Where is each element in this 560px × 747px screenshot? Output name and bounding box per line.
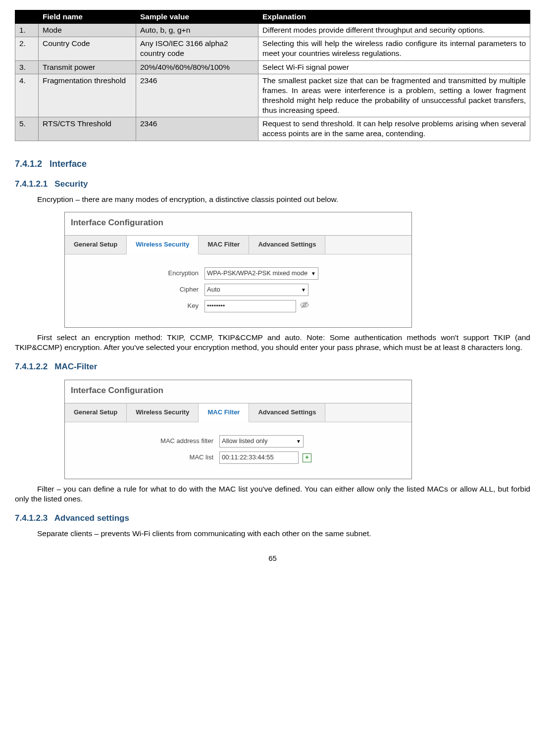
security-intro-text: Encryption – there are many modes of enc… — [15, 195, 530, 204]
chevron-down-icon: ▼ — [296, 438, 301, 445]
mac-filter-label: MAC address filter — [75, 437, 219, 446]
key-input[interactable]: •••••••• — [204, 300, 296, 312]
tab-mac-filter[interactable]: MAC Filter — [199, 236, 249, 254]
mac-list-label: MAC list — [75, 453, 219, 462]
page-number: 65 — [15, 553, 530, 563]
panel-title: Interface Configuration — [65, 380, 411, 403]
heading-interface: 7.4.1.2 Interface — [15, 158, 530, 170]
key-label: Key — [75, 302, 204, 310]
tab-advanced-settings[interactable]: Advanced Settings — [249, 236, 325, 254]
interface-config-mac-panel: Interface Configuration General Setup Wi… — [64, 380, 412, 479]
heading-advanced-settings: 7.4.1.2.3 Advanced settings — [15, 513, 530, 524]
header-field: Field name — [39, 10, 136, 24]
table-row: 5. RTS/CTS Threshold 2346 Request to sen… — [15, 117, 530, 141]
encryption-label: Encryption — [75, 269, 204, 278]
advanced-body-text: Separate clients – prevents Wi-Fi client… — [15, 529, 530, 539]
eye-slash-icon[interactable] — [300, 301, 309, 311]
interface-config-security-panel: Interface Configuration General Setup Wi… — [64, 212, 412, 328]
header-num — [15, 10, 39, 24]
cipher-label: Cipher — [75, 286, 204, 294]
chevron-down-icon: ▼ — [301, 287, 306, 293]
tab-wireless-security[interactable]: Wireless Security — [127, 403, 199, 422]
chevron-down-icon: ▼ — [311, 270, 316, 277]
tab-mac-filter[interactable]: MAC Filter — [199, 403, 249, 422]
cipher-select[interactable]: Auto ▼ — [204, 284, 308, 296]
tab-advanced-settings[interactable]: Advanced Settings — [249, 403, 325, 422]
tab-general-setup[interactable]: General Setup — [65, 236, 127, 254]
tab-wireless-security[interactable]: Wireless Security — [127, 236, 199, 254]
tab-row: General Setup Wireless Security MAC Filt… — [65, 236, 411, 254]
mac-filter-select[interactable]: Allow listed only ▼ — [219, 435, 304, 448]
tab-general-setup[interactable]: General Setup — [65, 403, 127, 422]
security-body-text: First select an encryption method: TKIP,… — [15, 333, 530, 352]
panel-title: Interface Configuration — [65, 212, 411, 236]
header-explain: Explanation — [258, 10, 530, 24]
header-sample: Sample value — [136, 10, 258, 24]
table-row: 3. Transmit power 20%/40%/60%/80%/100% S… — [15, 60, 530, 74]
tab-row: General Setup Wireless Security MAC Filt… — [65, 403, 411, 422]
table-row: 4. Fragmentation threshold 2346 The smal… — [15, 74, 530, 117]
add-icon[interactable]: + — [303, 453, 311, 462]
field-reference-table: Field name Sample value Explanation 1. M… — [15, 10, 530, 141]
mac-filter-body-text: Filter – you can define a rule for what … — [15, 484, 530, 504]
heading-security: 7.4.1.2.1 Security — [15, 179, 530, 190]
encryption-select[interactable]: WPA-PSK/WPA2-PSK mixed mode ▼ — [204, 267, 318, 280]
table-row: 1. Mode Auto, b, g, g+n Different modes … — [15, 24, 530, 37]
heading-mac-filter: 7.4.1.2.2 MAC-Filter — [15, 361, 530, 372]
table-row: 2. Country Code Any ISO/IEC 3166 alpha2 … — [15, 37, 530, 60]
mac-list-input[interactable]: 00:11:22:33:44:55 — [219, 451, 299, 464]
